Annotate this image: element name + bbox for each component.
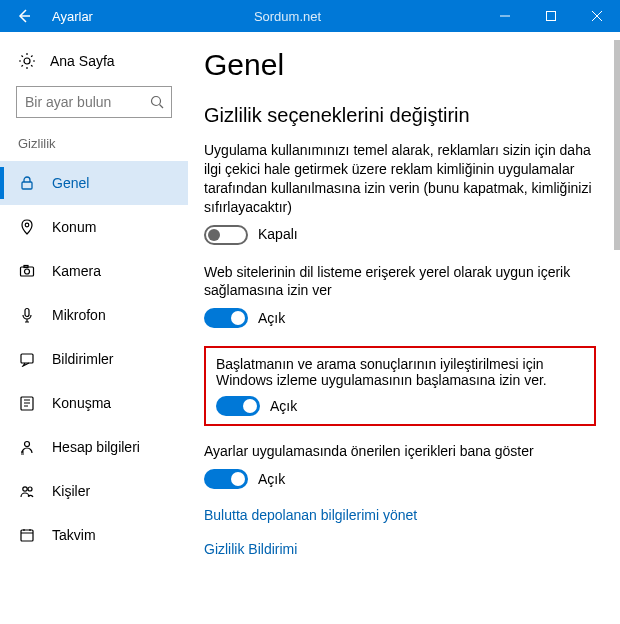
svg-point-6	[25, 269, 30, 274]
sidebar-item-label: Mikrofon	[52, 307, 106, 323]
scrollbar[interactable]	[614, 40, 620, 250]
toggle-suggested-content[interactable]	[204, 469, 248, 489]
window-title: Ayarlar	[48, 9, 93, 24]
close-button[interactable]	[574, 0, 620, 32]
notifications-icon	[18, 350, 36, 368]
maximize-button[interactable]	[528, 0, 574, 32]
setting-desc: Ayarlar uygulamasında önerilen içerikler…	[204, 442, 596, 461]
highlighted-setting: Başlatmanın ve arama sonuçlarının iyileş…	[204, 346, 596, 426]
home-label: Ana Sayfa	[50, 53, 115, 69]
toggle-ad-id[interactable]	[204, 225, 248, 245]
sidebar-item-label: Kamera	[52, 263, 101, 279]
sidebar-item-label: Genel	[52, 175, 89, 191]
sidebar-item-kisiler[interactable]: Kişiler	[0, 469, 188, 513]
account-icon	[18, 438, 36, 456]
sidebar-item-takvim[interactable]: Takvim	[0, 513, 188, 557]
svg-point-4	[25, 223, 29, 227]
sidebar-item-kamera[interactable]: Kamera	[0, 249, 188, 293]
setting-desc: Başlatmanın ve arama sonuçlarının iyileş…	[216, 356, 584, 388]
sidebar-item-label: Takvim	[52, 527, 96, 543]
sidebar-item-konum[interactable]: Konum	[0, 205, 188, 249]
titlebar: Ayarlar Sordum.net	[0, 0, 620, 32]
sidebar-item-konusma[interactable]: Konuşma	[0, 381, 188, 425]
svg-rect-5	[21, 267, 34, 276]
sidebar: Ana Sayfa Bir ayar bulun Gizlilik Genel …	[0, 32, 188, 624]
svg-point-2	[152, 97, 161, 106]
sidebar-item-label: Bildirimler	[52, 351, 113, 367]
home-link[interactable]: Ana Sayfa	[0, 44, 188, 86]
setting-ad-id: Uygulama kullanımınızı temel alarak, rek…	[204, 141, 596, 245]
location-icon	[18, 218, 36, 236]
toggle-state: Açık	[270, 398, 297, 414]
sidebar-item-label: Hesap bilgileri	[52, 439, 140, 455]
manage-cloud-link[interactable]: Bulutta depolanan bilgilerimi yönet	[204, 507, 596, 523]
setting-desc: Web sitelerinin dil listeme erişerek yer…	[204, 263, 596, 301]
sidebar-item-genel[interactable]: Genel	[0, 161, 188, 205]
gear-icon	[18, 52, 36, 70]
setting-desc: Uygulama kullanımınızı temel alarak, rek…	[204, 141, 596, 217]
page-subtitle: Gizlilik seçeneklerini değiştirin	[204, 104, 596, 127]
watermark: Sordum.net	[93, 9, 482, 24]
toggle-language-list[interactable]	[204, 308, 248, 328]
search-placeholder: Bir ayar bulun	[25, 94, 149, 110]
svg-rect-9	[21, 354, 33, 363]
svg-point-12	[23, 487, 27, 491]
toggle-state: Açık	[258, 309, 285, 328]
lock-icon	[18, 174, 36, 192]
svg-rect-3	[22, 182, 32, 189]
setting-language-list: Web sitelerinin dil listeme erişerek yer…	[204, 263, 596, 329]
section-label: Gizlilik	[0, 136, 188, 161]
speech-icon	[18, 394, 36, 412]
toggle-app-launch-tracking[interactable]	[216, 396, 260, 416]
svg-point-11	[25, 442, 30, 447]
svg-point-13	[28, 487, 32, 491]
microphone-icon	[18, 306, 36, 324]
privacy-statement-link[interactable]: Gizlilik Bildirimi	[204, 541, 596, 557]
search-icon	[149, 94, 165, 110]
minimize-button[interactable]	[482, 0, 528, 32]
camera-icon	[18, 262, 36, 280]
svg-rect-14	[21, 530, 33, 541]
search-input[interactable]: Bir ayar bulun	[16, 86, 172, 118]
svg-rect-8	[25, 309, 29, 317]
sidebar-item-hesap[interactable]: Hesap bilgileri	[0, 425, 188, 469]
contacts-icon	[18, 482, 36, 500]
setting-suggested-content: Ayarlar uygulamasında önerilen içerikler…	[204, 442, 596, 489]
content-pane: Genel Gizlilik seçeneklerini değiştirin …	[188, 32, 620, 624]
toggle-state: Açık	[258, 470, 285, 489]
calendar-icon	[18, 526, 36, 544]
sidebar-item-label: Kişiler	[52, 483, 90, 499]
sidebar-item-mikrofon[interactable]: Mikrofon	[0, 293, 188, 337]
page-title: Genel	[204, 48, 596, 82]
toggle-state: Kapalı	[258, 225, 298, 244]
sidebar-item-label: Konum	[52, 219, 96, 235]
sidebar-item-bildirimler[interactable]: Bildirimler	[0, 337, 188, 381]
back-button[interactable]	[0, 0, 48, 32]
svg-point-1	[24, 58, 30, 64]
svg-rect-0	[547, 12, 556, 21]
sidebar-item-label: Konuşma	[52, 395, 111, 411]
